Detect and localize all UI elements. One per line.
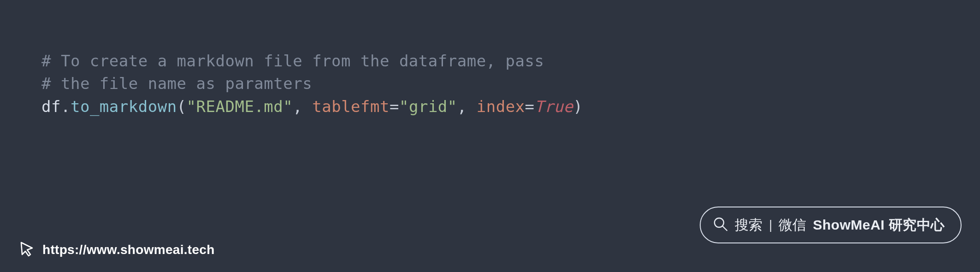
code-object: df xyxy=(41,97,61,116)
code-comment-line-2: # the file name as paramters xyxy=(41,74,312,93)
cursor-icon xyxy=(18,241,35,259)
code-comma-1: , xyxy=(293,97,312,116)
code-comma-2: , xyxy=(457,97,477,116)
code-arg3-value: True xyxy=(535,97,573,116)
search-icon xyxy=(713,216,728,234)
code-eq-2: = xyxy=(525,97,535,116)
code-arg3-name: index xyxy=(477,97,525,116)
code-arg2-value: "grid" xyxy=(399,97,457,116)
search-pill-brand: ShowMeAI 研究中心 xyxy=(813,216,945,235)
code-arg1-string: "README.md" xyxy=(187,97,293,116)
code-open-paren: ( xyxy=(177,97,187,116)
code-comment-line-1: # To create a markdown file from the dat… xyxy=(41,52,544,70)
svg-line-1 xyxy=(723,226,727,231)
footer-link[interactable]: https://www.showmeai.tech xyxy=(18,241,215,259)
search-pill-wechat-label: 微信 xyxy=(779,216,806,235)
search-pill[interactable]: 搜索 | 微信 ShowMeAI 研究中心 xyxy=(700,207,962,243)
code-block[interactable]: # To create a markdown file from the dat… xyxy=(41,50,583,118)
code-arg2-name: tablefmt xyxy=(312,97,390,116)
search-pill-search-label: 搜索 xyxy=(735,216,762,235)
code-dot: . xyxy=(61,97,71,116)
svg-point-0 xyxy=(714,218,724,227)
code-eq-1: = xyxy=(390,97,399,116)
footer-url-text: https://www.showmeai.tech xyxy=(42,242,215,257)
code-close-paren: ) xyxy=(573,97,583,116)
search-pill-separator: | xyxy=(769,218,772,232)
code-method: to_markdown xyxy=(71,97,177,116)
